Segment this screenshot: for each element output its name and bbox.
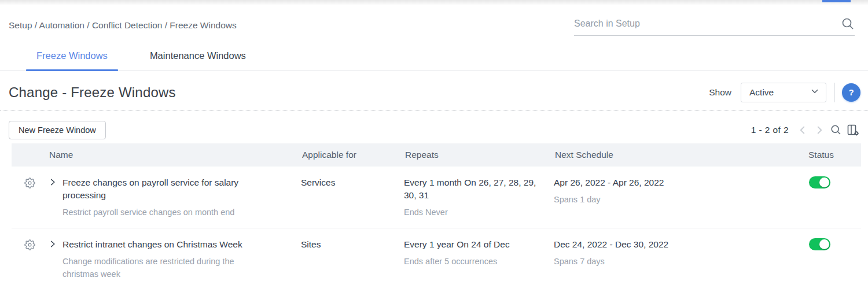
page-header: Change - Freeze Windows Show Active ? [0,71,868,111]
list-toolbar: New Freeze Window 1 - 2 of 2 [0,111,868,142]
column-header-repeats: Repeats [404,150,554,160]
applicable-for-cell: Services [301,176,404,189]
chevron-right-icon[interactable] [49,178,57,188]
chevron-right-icon[interactable] [49,240,57,250]
divider [834,83,835,102]
next-schedule-value: Apr 26, 2022 - Apr 26, 2022 [554,176,807,189]
column-settings-icon[interactable] [846,123,860,137]
column-header-applicable-for: Applicable for [301,150,404,160]
page-title: Change - Freeze Windows [9,84,709,101]
table-row: Restrict intranet changes on Christmas W… [12,228,861,281]
freeze-window-description: Change modifications are restricted duri… [62,255,262,280]
repeats-cell: Every 1 year On 24 of Dec Ends after 5 o… [404,238,554,267]
column-header-next-schedule: Next Schedule [554,150,807,160]
pagination-tools: 1 - 2 of 2 [751,123,860,137]
search-input[interactable] [574,19,841,29]
help-button[interactable]: ? [842,83,860,102]
name-cell: Freeze changes on payroll service for sa… [48,176,301,219]
column-header-name: Name [48,150,301,160]
status-toggle[interactable] [809,238,830,250]
search-icon[interactable] [841,17,855,31]
top-shadow-strip [0,0,868,5]
next-schedule-cell: Dec 24, 2022 - Dec 30, 2022 Spans 7 days [554,238,807,267]
tab-bar: Freeze Windows Maintenance Windows [0,36,868,71]
setup-header: Setup / Automation / Conflict Detection … [0,5,868,36]
list-search-icon[interactable] [830,124,842,136]
show-filter-select[interactable]: Active [741,83,826,102]
tab-maintenance-windows[interactable]: Maintenance Windows [139,50,256,70]
table-row: Freeze changes on payroll service for sa… [12,167,861,228]
tab-freeze-windows[interactable]: Freeze Windows [26,50,118,70]
toggle-knob [819,178,829,187]
next-schedule-cell: Apr 26, 2022 - Apr 26, 2022 Spans 1 day [554,176,807,205]
show-filter-value: Active [749,87,810,98]
applicable-for-value: Sites [301,238,404,251]
repeats-value: Every 1 month On 26, 27, 28, 29, 30, 31 [404,176,543,202]
setup-search[interactable] [574,17,855,36]
status-toggle[interactable] [809,176,830,188]
next-schedule-span: Spans 7 days [554,256,807,267]
repeats-value: Every 1 year On 24 of Dec [404,238,543,251]
tab-label: Maintenance Windows [150,50,246,61]
next-page-icon[interactable] [813,124,826,136]
tab-label: Freeze Windows [36,50,108,61]
freeze-window-name[interactable]: Freeze changes on payroll service for sa… [62,176,262,202]
top-scroll-indicator [822,0,851,2]
freeze-window-description: Restrict payroll service changes on mont… [62,206,262,219]
help-label: ? [848,87,854,97]
name-text-block: Freeze changes on payroll service for sa… [62,176,262,219]
status-cell [807,176,861,188]
table-header-row: Name Applicable for Repeats Next Schedul… [12,143,861,167]
applicable-for-cell: Sites [301,238,404,251]
show-filter-label: Show [709,87,731,98]
freeze-window-name[interactable]: Restrict intranet changes on Christmas W… [62,238,262,251]
chevron-down-icon [810,86,820,99]
gear-icon[interactable] [24,178,35,191]
toggle-knob [819,239,829,249]
breadcrumb[interactable]: Setup / Automation / Conflict Detection … [9,20,574,36]
name-text-block: Restrict intranet changes on Christmas W… [62,238,262,280]
row-actions-cell [12,176,48,191]
name-cell: Restrict intranet changes on Christmas W… [48,238,301,280]
repeats-cell: Every 1 month On 26, 27, 28, 29, 30, 31 … [404,176,554,218]
next-schedule-span: Spans 1 day [554,194,807,205]
prev-page-icon[interactable] [796,124,809,136]
active-tab-underline [26,69,118,71]
freeze-windows-table: Name Applicable for Repeats Next Schedul… [12,143,861,281]
column-header-status: Status [807,150,861,160]
repeats-ends: Ends Never [404,206,543,218]
row-actions-cell [12,238,48,253]
repeats-ends: Ends after 5 occurrences [404,256,543,267]
pagination-range: 1 - 2 of 2 [751,125,789,135]
gear-icon[interactable] [24,239,35,253]
status-cell [807,238,861,250]
next-schedule-value: Dec 24, 2022 - Dec 30, 2022 [554,238,807,251]
new-freeze-window-button[interactable]: New Freeze Window [9,121,106,139]
applicable-for-value: Services [301,176,404,189]
